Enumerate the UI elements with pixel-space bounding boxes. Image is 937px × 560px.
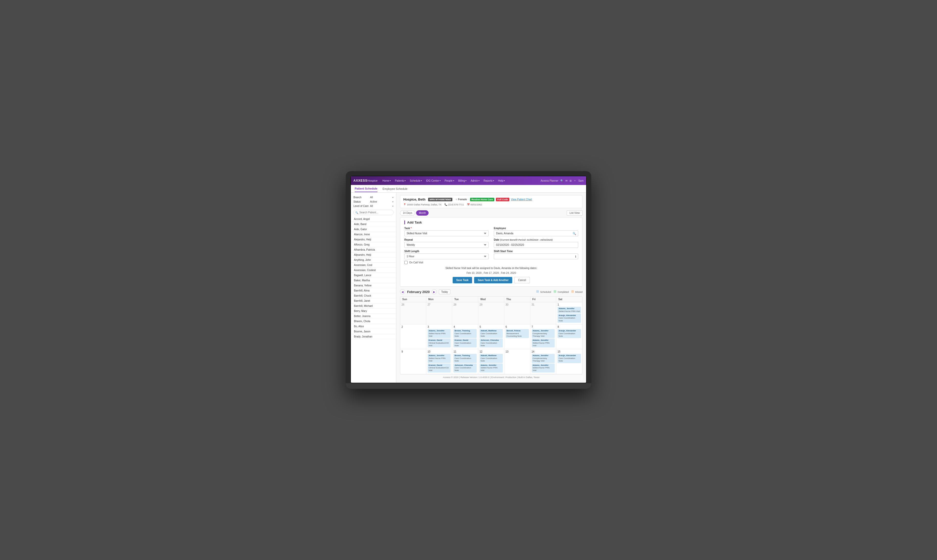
shift-start-input[interactable]	[494, 254, 578, 259]
list-item[interactable]: Barnhill, Michael	[351, 303, 396, 309]
calendar-cell[interactable]: 5Abbott, MatthewCare Coordination NoteJo…	[478, 325, 504, 349]
calendar-event[interactable]: Araujo, AlexanderCare Coordination Note	[557, 314, 581, 323]
calendar-event[interactable]: Abbott, MatthewCare Coordination Note	[480, 329, 503, 338]
calendar-cell[interactable]: 7Adams, JenniferComplementary Therapy Vi…	[530, 325, 556, 349]
calendar-event[interactable]: Adams, JenniferSkilled Nurse PRN Visit	[557, 307, 581, 313]
calendar-cell[interactable]: 6Benoit, FeliciaBereavement Counseling N…	[504, 325, 530, 349]
tab-14-days[interactable]: 14 Days	[400, 210, 415, 215]
calendar-event[interactable]: Adams, JenniferSkilled Nurse PRN Visit	[532, 338, 555, 348]
calendar-event[interactable]: Adams, JenniferSkilled Nurse PRN Visit	[428, 354, 451, 363]
list-item[interactable]: Barnhill, Chuck	[351, 293, 396, 298]
nav-help[interactable]: Help ▾	[496, 178, 507, 183]
calendar-cell[interactable]: 30	[504, 302, 530, 324]
list-item[interactable]: Alfonzo, Greg	[351, 242, 396, 247]
date-input[interactable]	[494, 242, 578, 248]
calendar-cell[interactable]: 12Abbott, MatthewCare Coordination NoteA…	[478, 349, 504, 374]
nav-schedule[interactable]: Schedule ▾	[408, 178, 424, 183]
view-chart-link[interactable]: View Patient Chart	[511, 198, 532, 201]
calendar-cell[interactable]: 8Araujo, AlexanderCare Coordination Note	[556, 325, 582, 349]
calendar-event[interactable]: Kramer, DavidClinical Evaluation/CD Visi…	[428, 338, 451, 348]
info-icon[interactable]: ℹ	[575, 255, 576, 258]
list-item[interactable]: Axxessian, Cool	[351, 263, 396, 268]
prev-month-button[interactable]: ◀	[400, 289, 405, 294]
cancel-button[interactable]: Cancel	[514, 277, 530, 283]
list-item[interactable]: Bagwell, Lance	[351, 273, 396, 278]
calendar-cell[interactable]: 10Adams, JenniferSkilled Nurse PRN Visit…	[426, 349, 452, 374]
nav-admin[interactable]: Admin ▾	[469, 178, 481, 183]
today-button[interactable]: Today	[439, 289, 450, 294]
list-item[interactable]: Barnhill, Alma	[351, 288, 396, 293]
list-item[interactable]: Brady, Jonathan	[351, 334, 396, 339]
nav-reports[interactable]: Reports ▾	[482, 178, 496, 183]
calendar-event[interactable]: Adams, JenniferSkilled Nurse PRN Visit	[532, 363, 555, 372]
calendar-cell[interactable]: 15Araujo, AlexanderCare Coordination Not…	[556, 349, 582, 374]
search-input[interactable]	[353, 210, 394, 215]
search-icon[interactable]: 🔍	[573, 232, 576, 235]
calendar-event[interactable]: Adams, JenniferSkilled Nurse PRN Visit	[480, 363, 503, 372]
employee-input[interactable]	[494, 231, 578, 236]
list-item[interactable]: Better, Joanna	[351, 314, 396, 319]
oncall-checkbox[interactable]	[404, 261, 408, 264]
calendar-event[interactable]: Benoit, FeliciaBereavement Counseling No…	[506, 329, 529, 338]
repeat-select[interactable]: Weekly	[404, 242, 489, 248]
nav-patients[interactable]: Patients ▾	[393, 178, 408, 183]
nav-people[interactable]: People ▾	[443, 178, 456, 183]
calendar-event[interactable]: Adams, JenniferComplementary Therapy Vis…	[532, 329, 555, 338]
grid-icon[interactable]: ⊞	[570, 179, 571, 182]
list-item[interactable]: Bourne, Jason	[351, 329, 396, 334]
list-item[interactable]: Bheem, Chota	[351, 319, 396, 324]
list-item[interactable]: Aide, Band	[351, 222, 396, 227]
calendar-cell[interactable]: 2	[400, 325, 426, 349]
calendar-event[interactable]: Brown, TrainingCare Coordination Note	[454, 329, 477, 338]
status-select-arrow[interactable]: ▾	[392, 200, 394, 203]
nav-idg[interactable]: IDG Center ▾	[424, 178, 442, 183]
calendar-cell[interactable]: 9	[400, 349, 426, 374]
tab-patient-schedule[interactable]: Patient Schedule	[355, 186, 377, 192]
calendar-event[interactable]: Araujo, AlexanderCare Coordination Note	[557, 354, 581, 363]
shift-length-select[interactable]: 1 Hour	[404, 254, 489, 259]
branch-select-arrow[interactable]: ▾	[392, 196, 394, 199]
messages-icon[interactable]: ✉	[565, 179, 568, 182]
list-item[interactable]: Alhambra, Patricia	[351, 247, 396, 252]
nav-billing[interactable]: Billing ▾	[457, 178, 468, 183]
list-item[interactable]: Alejandro, Heiji	[351, 237, 396, 242]
calendar-cell[interactable]: 31	[530, 302, 556, 324]
list-item[interactable]: Berry, Mary	[351, 309, 396, 314]
search-icon[interactable]: 🔍	[560, 179, 563, 182]
calendar-cell[interactable]: 29	[478, 302, 504, 324]
list-view-button[interactable]: List View	[567, 210, 582, 215]
save-task-add-another-button[interactable]: Save Task & Add Another	[474, 277, 512, 283]
calendar-event[interactable]: Abbott, MatthewCare Coordination Note	[480, 354, 503, 363]
tab-month[interactable]: Month	[416, 210, 429, 215]
calendar-event[interactable]: Araujo, AlexanderCare Coordination Note	[557, 329, 581, 338]
list-item[interactable]: Aljeandro, Heiji	[351, 252, 396, 257]
user-menu[interactable]: Sam	[578, 179, 584, 182]
list-item[interactable]: Accord, Angel	[351, 217, 396, 222]
calendar-cell[interactable]: 14Adams, JenniferComplementary Therapy V…	[530, 349, 556, 374]
calendar-cell[interactable]: 27	[426, 302, 452, 324]
list-item[interactable]: Banana, Yellow	[351, 283, 396, 288]
calendar-event[interactable]: Kramer, DavidClinical Evaluation/CD Visi…	[428, 363, 451, 372]
axxess-planner-link[interactable]: Axxess Planner	[540, 179, 558, 182]
list-item[interactable]: Anything, John	[351, 257, 396, 263]
task-select[interactable]: Skilled Nurse Visit	[404, 231, 489, 236]
level-of-care-select-arrow[interactable]: ▾	[392, 205, 394, 208]
calendar-cell[interactable]: 28	[452, 302, 478, 324]
list-item[interactable]: Bo, Alice	[351, 324, 396, 329]
list-item[interactable]: Barnhill, Janet	[351, 298, 396, 303]
calendar-event[interactable]: Kramer, DavidCare Coordination Note	[454, 338, 477, 348]
calendar-event[interactable]: Johnson, ChenekaCare Coordination Note	[454, 363, 477, 372]
list-item[interactable]: Aide, Gator	[351, 227, 396, 232]
tab-employee-schedule[interactable]: Employee Schedule	[383, 186, 408, 192]
nav-home[interactable]: Home ▾	[381, 178, 392, 183]
calendar-cell[interactable]: 26	[400, 302, 426, 324]
calendar-cell[interactable]: 13	[504, 349, 530, 374]
list-item[interactable]: Axxessian, Coolest	[351, 268, 396, 273]
calendar-event[interactable]: Brown, TrainingCare Coordination Note	[454, 354, 477, 363]
calendar-event[interactable]: Adams, JenniferComplementary Therapy Vis…	[532, 354, 555, 363]
calendar-cell[interactable]: 11Brown, TrainingCare Coordination NoteJ…	[452, 349, 478, 374]
calendar-cell[interactable]: 1Adams, JenniferSkilled Nurse PRN VisitA…	[556, 302, 582, 324]
list-item[interactable]: Baker, Martha	[351, 278, 396, 283]
next-month-button[interactable]: ▶	[432, 289, 437, 294]
calendar-cell[interactable]: 4Brown, TrainingCare Coordination NoteKr…	[452, 325, 478, 349]
